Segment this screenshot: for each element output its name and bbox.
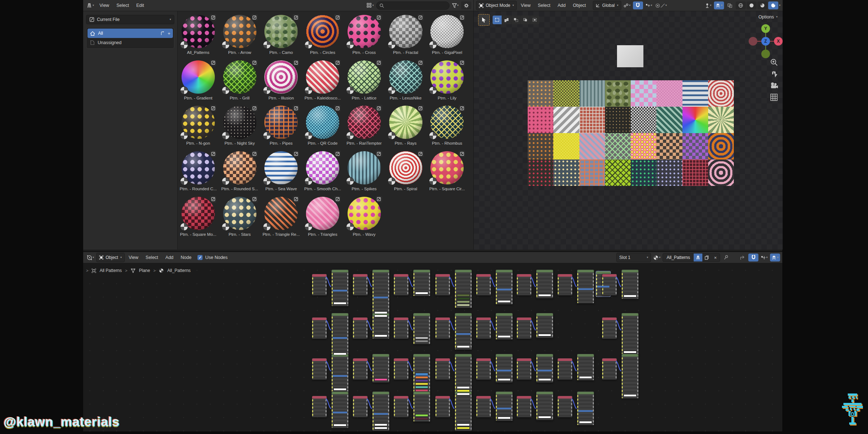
texture-coordinate-node[interactable]	[476, 274, 491, 295]
node-cluster[interactable]	[516, 354, 553, 382]
texture-coordinate-node[interactable]	[312, 317, 327, 339]
zoom-icon[interactable]	[770, 58, 778, 66]
node-cluster[interactable]	[435, 269, 471, 307]
asset-item[interactable]: Ptrn. - Square Cir...	[427, 151, 467, 191]
display-size-button[interactable]: ▾	[365, 1, 375, 9]
asset-item[interactable]: Ptrn. - GigaPixel	[427, 15, 467, 55]
gizmo-axis-y[interactable]: Y	[761, 24, 770, 33]
show-gizmo-button[interactable]: ▾	[703, 1, 713, 9]
node-cluster[interactable]	[393, 391, 430, 421]
shading-wireframe-button[interactable]	[736, 1, 746, 9]
texture-coordinate-node[interactable]	[557, 396, 573, 417]
asset-item[interactable]: Ptrn. - Triangles	[302, 197, 343, 237]
pattern-group-node[interactable]	[536, 354, 553, 383]
pattern-group-node[interactable]	[536, 391, 553, 420]
asset-item[interactable]: Ptrn. - Grill	[220, 60, 260, 100]
viewport-canvas[interactable]: Options ▾ Y X Z	[474, 11, 783, 250]
asset-item[interactable]: Ptrn. - Camo	[261, 15, 301, 55]
gizmo-axis-x[interactable]: X	[774, 37, 783, 46]
asset-library-select[interactable]: Current File ▾	[86, 15, 174, 24]
pattern-group-node[interactable]	[536, 269, 553, 298]
asset-item[interactable]: Ptrn. - Rhombus	[427, 106, 467, 145]
asset-item[interactable]: Ptrn. - Lattice	[344, 60, 384, 100]
catalog-row-unassigned[interactable]: Unassigned	[88, 38, 173, 47]
menu-edit[interactable]: Edit	[133, 3, 148, 8]
pattern-group-node[interactable]	[413, 354, 430, 393]
toggle-xray-button[interactable]	[725, 1, 735, 9]
pattern-group-node[interactable]	[455, 354, 472, 397]
pattern-group-node[interactable]	[495, 354, 513, 383]
asset-item[interactable]: Ptrn. - Circles	[302, 15, 343, 55]
editor-type-shader-icon[interactable]: ▾	[85, 254, 95, 261]
add-catalog-icon[interactable]: +	[167, 31, 170, 36]
node-cluster[interactable]	[476, 354, 512, 382]
asset-item[interactable]: Ptrn. - Pipes	[261, 106, 301, 145]
texture-coordinate-node[interactable]	[516, 358, 532, 380]
node-cluster[interactable]	[435, 354, 471, 396]
node-cluster[interactable]	[435, 391, 471, 430]
pattern-group-node[interactable]	[577, 269, 594, 303]
pivot-point-button[interactable]: ▾	[622, 1, 632, 9]
node-cluster[interactable]	[602, 313, 638, 354]
camera-view-icon[interactable]	[770, 82, 778, 89]
shading-rendered-button[interactable]	[768, 1, 778, 9]
texture-coordinate-node[interactable]	[476, 317, 491, 339]
node-overlays-button[interactable]: ▾	[770, 254, 780, 261]
texture-coordinate-node[interactable]	[312, 358, 327, 380]
asset-item[interactable]: All_Patterns	[178, 15, 218, 55]
texture-coordinate-node[interactable]	[353, 396, 368, 417]
mode-select[interactable]: Object Mode ▾	[476, 1, 517, 10]
texture-coordinate-node[interactable]	[476, 358, 491, 380]
texture-coordinate-node[interactable]	[602, 317, 617, 339]
node-cluster[interactable]	[393, 269, 430, 295]
shader-type-select[interactable]: Object ▾	[96, 253, 125, 262]
shading-material-button[interactable]	[757, 1, 767, 9]
asset-item[interactable]: Ptrn. - Kaleidosco...	[302, 60, 343, 100]
material-name-field[interactable]: All_Patterns ×	[663, 253, 720, 262]
texture-coordinate-node[interactable]	[516, 317, 532, 339]
pattern-group-node[interactable]	[455, 313, 472, 350]
texture-coordinate-node[interactable]	[602, 274, 617, 295]
toggle-ortho-grid-icon[interactable]	[770, 93, 778, 101]
snap-toggle-button[interactable]	[633, 1, 643, 9]
asset-item[interactable]: Ptrn. - Rounded S...	[220, 151, 260, 191]
use-nodes-toggle[interactable]: ✓ Use Nodes	[197, 255, 227, 260]
asset-item[interactable]: Ptrn. - Stars	[220, 197, 260, 237]
texture-coordinate-node[interactable]	[393, 358, 409, 380]
node-cluster[interactable]	[312, 269, 348, 306]
node-cluster[interactable]	[602, 354, 638, 398]
pattern-group-node[interactable]	[536, 313, 553, 338]
new-material-copy-button[interactable]	[702, 254, 711, 261]
catalog-row-all[interactable]: All +	[88, 29, 173, 38]
texture-coordinate-node[interactable]	[312, 396, 327, 417]
asset-item[interactable]: Ptrn. - Sea Wave	[261, 151, 301, 191]
pattern-group-node[interactable]	[372, 391, 390, 431]
node-cluster[interactable]	[516, 391, 553, 420]
asset-item[interactable]: Ptrn. - Fractal	[386, 15, 426, 55]
node-cluster[interactable]	[476, 269, 512, 304]
breadcrumb-mesh[interactable]: Plane	[139, 268, 150, 273]
texture-coordinate-node[interactable]	[557, 358, 573, 380]
asset-item[interactable]: Ptrn. - Illusion	[261, 60, 301, 100]
asset-item[interactable]: Ptrn. - Rays	[386, 106, 426, 145]
pattern-group-node[interactable]	[495, 391, 513, 421]
asset-item[interactable]: Ptrn. - N-gon	[178, 106, 218, 145]
node-cluster[interactable]	[393, 313, 430, 344]
pattern-group-node[interactable]	[577, 391, 594, 425]
select-invert-button[interactable]	[521, 16, 530, 24]
asset-item[interactable]: Ptrn. - Smooth Ch...	[302, 151, 343, 191]
texture-coordinate-node[interactable]	[353, 358, 368, 380]
select-intersect-button[interactable]	[530, 16, 539, 24]
select-subtract-button[interactable]	[511, 16, 520, 24]
pattern-group-node[interactable]	[372, 354, 390, 383]
texture-coordinate-node[interactable]	[602, 358, 617, 380]
unlink-material-button[interactable]: ×	[711, 254, 720, 261]
asset-item[interactable]: Ptrn. - LexusNike	[386, 60, 426, 100]
gizmo-axis-y-neg[interactable]	[761, 50, 770, 58]
pattern-group-node[interactable]	[331, 313, 349, 357]
asset-item[interactable]: Ptrn. - Triangle Re...	[261, 197, 301, 237]
select-set-button[interactable]	[493, 16, 502, 24]
asset-item[interactable]: Ptrn. - RariTempter	[344, 106, 384, 145]
pattern-group-node[interactable]	[495, 313, 513, 340]
chevron-right-icon[interactable]: >	[86, 268, 88, 273]
